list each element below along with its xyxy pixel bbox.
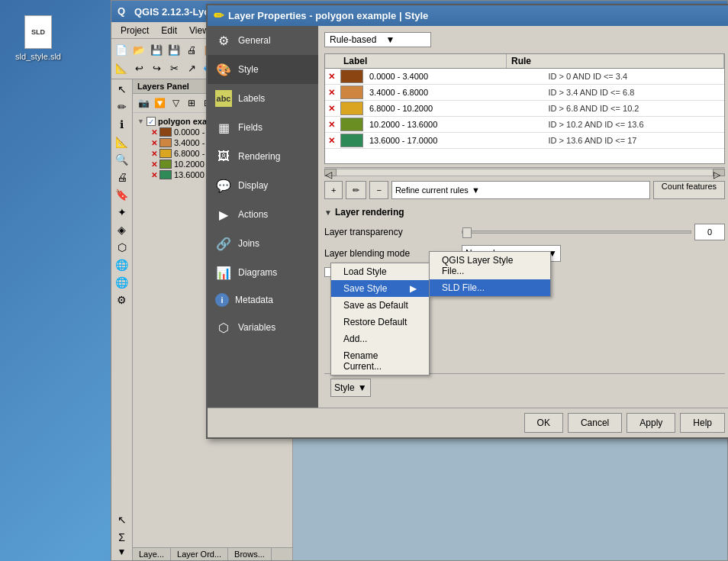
- style-button-container: Style ▼ Load Style Save Style ▶ Q: [330, 379, 371, 397]
- nav-labels-label: Labels: [238, 93, 265, 104]
- transparency-label: Layer transparency: [324, 227, 462, 237]
- filter-btn[interactable]: 🔽: [152, 95, 167, 111]
- style-label: Style: [334, 382, 355, 393]
- submenu-sld-file[interactable]: SLD File...: [430, 279, 550, 296]
- style-dropdown-btn[interactable]: Style ▼: [330, 379, 371, 397]
- lt-globe[interactable]: 🌐: [114, 274, 130, 291]
- nav-actions[interactable]: ▶ Actions: [208, 200, 318, 229]
- undo-btn[interactable]: ↩: [130, 60, 147, 76]
- lt-select[interactable]: ↖: [114, 81, 130, 98]
- menu-edit[interactable]: Edit: [155, 24, 183, 37]
- style-icon: 🎨: [215, 61, 232, 78]
- print-btn[interactable]: 🖨: [183, 41, 200, 58]
- layer-swatch-3: [159, 160, 172, 169]
- layer-x-3: ✕: [151, 160, 157, 169]
- ok-button[interactable]: OK: [524, 413, 563, 433]
- rule-row-0[interactable]: ✕ 0.0000 - 3.4000 ID > 0 AND ID <= 3.4: [325, 69, 724, 85]
- menu-project[interactable]: Project: [114, 24, 155, 37]
- refine-select[interactable]: Refine current rules ▼: [391, 181, 650, 199]
- edit-rule-btn[interactable]: ✏: [346, 181, 366, 199]
- menu-save-default[interactable]: Save as Default: [331, 297, 429, 314]
- dialog-buttons: OK Cancel Apply Help: [208, 408, 728, 437]
- scroll-left-btn[interactable]: ◁: [324, 169, 337, 176]
- ruler-btn[interactable]: 📐: [113, 60, 130, 76]
- nav-variables[interactable]: ⬡ Variables: [208, 313, 318, 342]
- transparency-row: Layer transparency 0: [324, 224, 725, 240]
- lt-settings[interactable]: ⚙: [114, 292, 130, 308]
- nav-fields[interactable]: ▦ Fields: [208, 113, 318, 142]
- count-features-btn[interactable]: Count features: [653, 181, 725, 199]
- lt-more[interactable]: ⬡: [114, 239, 130, 256]
- rule-label-4: 13.6000 - 17.0000: [366, 135, 546, 146]
- horizontal-scrollbar[interactable]: ◁ ▷: [324, 167, 725, 176]
- rule-x-3: ✕: [325, 118, 337, 131]
- edit-icon: ✏: [353, 185, 359, 195]
- lt-identify[interactable]: ℹ: [114, 116, 130, 133]
- tab-layer-order[interactable]: Layer Ord...: [171, 548, 228, 560]
- tab-layers[interactable]: Laye...: [133, 548, 171, 560]
- add-rule-btn[interactable]: +: [324, 181, 343, 199]
- nav-diagrams[interactable]: 📊 Diagrams: [208, 258, 318, 287]
- save-btn[interactable]: 💾: [148, 41, 165, 58]
- layer-x-2: ✕: [151, 150, 157, 158]
- tab-browser[interactable]: Brows...: [228, 548, 272, 560]
- nav-style[interactable]: 🎨 Style: [208, 55, 318, 84]
- lt-edit[interactable]: ✏: [114, 98, 130, 115]
- lt-zoom[interactable]: 🔍: [114, 151, 130, 168]
- rule-row-1[interactable]: ✕ 3.4000 - 6.8000 ID > 3.4 AND ID <= 6.8: [325, 85, 724, 101]
- scroll-right-btn[interactable]: ▷: [713, 169, 725, 176]
- cancel-button[interactable]: Cancel: [568, 413, 622, 433]
- lt-digitize[interactable]: ✦: [114, 204, 130, 221]
- slider-thumb[interactable]: [462, 227, 472, 238]
- redo-btn[interactable]: ↪: [148, 60, 165, 76]
- help-button[interactable]: Help: [680, 413, 725, 433]
- lt-select2[interactable]: ◈: [114, 221, 130, 238]
- remove-rule-btn[interactable]: −: [369, 181, 388, 199]
- nav-actions-label: Actions: [238, 209, 268, 220]
- transparency-value[interactable]: 0: [694, 224, 725, 240]
- rule-table-header: Label Rule: [325, 54, 724, 69]
- new-btn[interactable]: 📄: [113, 41, 130, 58]
- nav-display[interactable]: 💬 Display: [208, 171, 318, 200]
- add-layer-btn[interactable]: 📷: [136, 95, 151, 111]
- open-btn[interactable]: 📂: [130, 41, 147, 58]
- save-as-btn[interactable]: 💾: [166, 41, 182, 58]
- menu-restore-default[interactable]: Restore Default: [331, 314, 429, 330]
- nav-metadata[interactable]: i Metadata: [208, 287, 318, 313]
- submenu-qgis-style[interactable]: QGIS Layer Style File...: [430, 252, 550, 279]
- lt-print[interactable]: 🖨: [114, 169, 130, 185]
- menu-save-style[interactable]: Save Style ▶ QGIS Layer Style File... SL…: [331, 280, 429, 297]
- lt-arrow[interactable]: ↖: [114, 511, 130, 528]
- lt-snap[interactable]: 🌐: [114, 256, 130, 273]
- lt-measure[interactable]: 📐: [114, 134, 130, 150]
- nav-labels[interactable]: abc Labels: [208, 84, 318, 113]
- rendering-icon: 🖼: [215, 148, 232, 165]
- col-header-rule: Rule: [507, 54, 724, 68]
- menu-load-style[interactable]: Load Style: [331, 263, 429, 280]
- joins-icon: 🔗: [215, 235, 232, 252]
- rule-label-0: 0.0000 - 3.4000: [366, 71, 546, 82]
- edit1-btn[interactable]: ✂: [166, 60, 182, 76]
- edit2-btn[interactable]: ↗: [183, 60, 200, 76]
- filter2-btn[interactable]: ▽: [168, 95, 183, 111]
- menu-add[interactable]: Add...: [331, 330, 429, 347]
- nav-rendering[interactable]: 🖼 Rendering: [208, 142, 318, 171]
- desktop-file-icon[interactable]: SLD sld_style.sld: [15, 15, 61, 61]
- expand-all-btn[interactable]: ⊞: [184, 95, 199, 111]
- rule-row-3[interactable]: ✕ 10.2000 - 13.6000 ID > 10.2 AND ID <= …: [325, 117, 724, 133]
- lt-bookmark[interactable]: 🔖: [114, 186, 130, 203]
- nav-display-label: Display: [238, 180, 268, 191]
- rule-x-1: ✕: [325, 86, 337, 98]
- expand-icon: ▼: [137, 118, 144, 125]
- rule-row-2[interactable]: ✕ 6.8000 - 10.2000 ID > 6.8 AND ID <= 10…: [325, 101, 724, 117]
- style-type-select[interactable]: Rule-based ▼: [324, 32, 431, 47]
- nav-general[interactable]: ⚙ General: [208, 26, 318, 55]
- nav-joins[interactable]: 🔗 Joins: [208, 229, 318, 258]
- transparency-slider[interactable]: [462, 231, 691, 234]
- apply-button[interactable]: Apply: [627, 413, 675, 433]
- lt-sigma[interactable]: Σ: [114, 529, 130, 546]
- fields-icon: ▦: [215, 119, 232, 136]
- rule-row-4[interactable]: ✕ 13.6000 - 17.0000 ID > 13.6 AND ID <= …: [325, 133, 724, 149]
- menu-rename[interactable]: Rename Current...: [331, 347, 429, 375]
- layer-checkbox-parent[interactable]: ✓: [147, 117, 156, 126]
